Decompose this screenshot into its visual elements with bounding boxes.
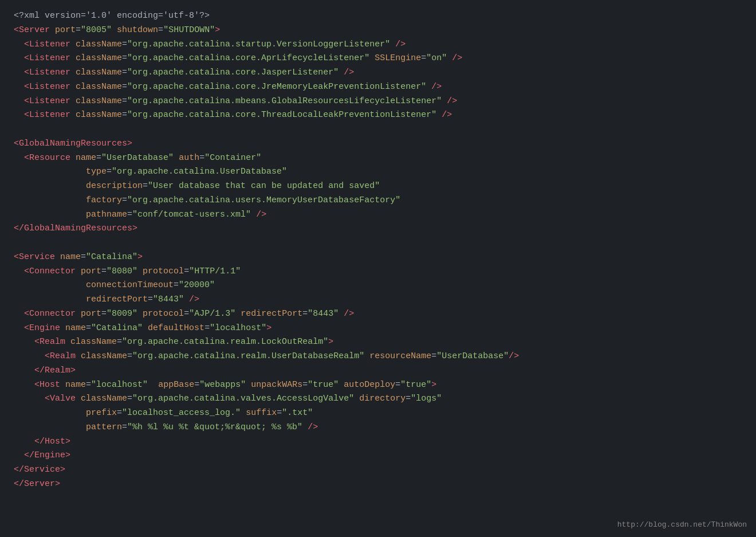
code-line: redirectPort="8443" /> bbox=[14, 293, 742, 307]
code-line: <Service name="Catalina"> bbox=[14, 250, 742, 265]
code-line: <Host name="localhost" appBase="webapps"… bbox=[14, 378, 742, 393]
code-line: <Listener className="org.apache.catalina… bbox=[14, 52, 742, 66]
code-line: <Valve className="org.apache.catalina.va… bbox=[14, 392, 742, 406]
code-line: connectionTimeout="20000" bbox=[14, 279, 742, 293]
code-line: </Server> bbox=[14, 477, 742, 492]
code-line: type="org.apache.catalina.UserDatabase" bbox=[14, 165, 742, 179]
code-line: </Service> bbox=[14, 463, 742, 477]
code-line: <Listener className="org.apache.catalina… bbox=[14, 66, 742, 80]
code-line bbox=[14, 236, 742, 250]
code-line: <Connector port="8009" protocol="AJP/1.3… bbox=[14, 307, 742, 322]
code-editor: <?xml version='1.0' encoding='utf-8'?><S… bbox=[0, 0, 756, 537]
code-line: pattern="%h %l %u %t &quot;%r&quot; %s %… bbox=[14, 421, 742, 435]
code-line: </Host> bbox=[14, 435, 742, 449]
code-line: <?xml version='1.0' encoding='utf-8'?> bbox=[14, 9, 742, 23]
code-line: <Engine name="Catalina" defaultHost="loc… bbox=[14, 322, 742, 336]
code-line: <Realm className="org.apache.catalina.re… bbox=[14, 335, 742, 350]
code-line: <Listener className="org.apache.catalina… bbox=[14, 80, 742, 95]
code-line: prefix="localhost_access_log." suffix=".… bbox=[14, 406, 742, 421]
code-line: <Listener className="org.apache.catalina… bbox=[14, 108, 742, 123]
code-line: <Connector port="8080" protocol="HTTP/1.… bbox=[14, 265, 742, 279]
code-line: pathname="conf/tomcat-users.xml" /> bbox=[14, 208, 742, 222]
watermark: http://blog.csdn.net/ThinkWon bbox=[617, 519, 747, 531]
code-line bbox=[14, 123, 742, 137]
code-line: <Realm className="org.apache.catalina.re… bbox=[14, 350, 742, 364]
code-line: </Realm> bbox=[14, 364, 742, 378]
code-line: <Listener className="org.apache.catalina… bbox=[14, 95, 742, 109]
code-line: <Server port="8005" shutdown="SHUTDOWN"> bbox=[14, 23, 742, 38]
code-line: description="User database that can be u… bbox=[14, 179, 742, 194]
code-line: <Resource name="UserDatabase" auth="Cont… bbox=[14, 151, 742, 166]
code-block: <?xml version='1.0' encoding='utf-8'?><S… bbox=[14, 9, 742, 492]
code-line: </Engine> bbox=[14, 449, 742, 463]
code-line: <Listener className="org.apache.catalina… bbox=[14, 38, 742, 52]
code-line: <GlobalNamingResources> bbox=[14, 137, 742, 151]
code-line: </GlobalNamingResources> bbox=[14, 222, 742, 236]
code-line: factory="org.apache.catalina.users.Memor… bbox=[14, 194, 742, 208]
